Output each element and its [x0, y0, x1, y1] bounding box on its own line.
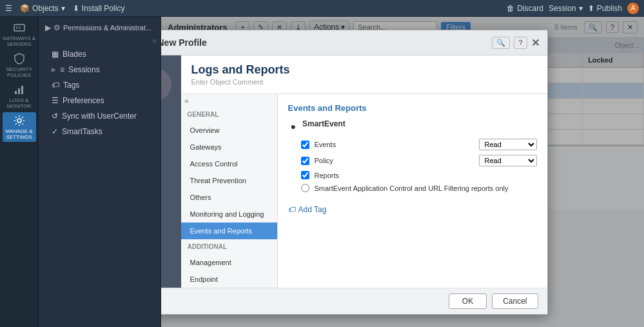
- modal-nav-gateways[interactable]: Gateways: [181, 139, 277, 155]
- modal-avatar-area: [161, 55, 181, 288]
- list-icon: ≡: [60, 65, 64, 74]
- policy-checkbox[interactable]: [301, 157, 309, 165]
- ok-button[interactable]: OK: [449, 293, 487, 309]
- main-content: Administrators + ✎ ✕ ⤓ Actions ▾ Filters…: [161, 17, 644, 327]
- events-row: Events Read Read/Write None: [288, 139, 537, 150]
- new-profile-modal: 👑 New Profile 🔍 ? ✕: [161, 30, 548, 315]
- objects-icon: 📦: [20, 4, 30, 13]
- sidebar-item-preferences[interactable]: ☰ Preferences: [39, 93, 161, 108]
- prefs-icon: ☰: [52, 96, 59, 105]
- publish-icon: ⬆: [588, 4, 594, 13]
- user-avatar[interactable]: A: [627, 3, 639, 14]
- reports-checkbox[interactable]: [301, 171, 309, 179]
- modal-title: New Profile: [161, 37, 207, 48]
- nav-section-general: General: [181, 107, 277, 122]
- app-control-row: SmartEvent Application Control and URL F…: [288, 184, 537, 192]
- trash-icon: 🗑: [507, 4, 514, 13]
- avatar-icon: A: [627, 3, 639, 14]
- modal-nav-events-reports[interactable]: Events and Reports: [181, 223, 277, 239]
- sidebar-item-sessions[interactable]: ▶ ≡ Sessions: [39, 62, 161, 77]
- modal-overlay: 👑 New Profile 🔍 ? ✕: [161, 17, 644, 327]
- svg-rect-5: [21, 86, 23, 94]
- modal-search-button[interactable]: 🔍: [492, 37, 510, 49]
- nav-section-additional: Additional: [181, 239, 277, 254]
- add-tag-button[interactable]: 🏷 Add Tag: [288, 205, 537, 214]
- modal-obj-title: Logs and Reports: [191, 63, 537, 77]
- chevron-down-icon: ▾: [61, 4, 65, 13]
- grid-icon: ▦: [52, 50, 59, 59]
- settings-icon: ⚙: [54, 23, 61, 32]
- cancel-button[interactable]: Cancel: [492, 293, 538, 309]
- modal-nav-access-control[interactable]: Access Control: [181, 155, 277, 172]
- modal-obj-comment: Enter Object Comment: [191, 78, 537, 86]
- modal-obj-header: Logs and Reports Enter Object Comment: [181, 55, 547, 94]
- modal-nav-overview[interactable]: Overview: [181, 122, 277, 139]
- modal-right-content: Events and Reports ● SmartEvent Events: [278, 94, 547, 288]
- bullet-icon: ●: [291, 121, 296, 132]
- modal-nav-endpoint[interactable]: Endpoint: [181, 271, 277, 288]
- second-sidebar-title: ▶ ⚙ Permissions & Administrat...: [39, 21, 161, 35]
- reports-row: Reports: [288, 171, 537, 179]
- chevron-right-icon: ▶: [45, 23, 51, 32]
- left-sidebar: GATEWAYS & SERVERS SECURITY POLICIES LOG…: [0, 17, 39, 327]
- modal-nav-monitoring[interactable]: Monitoring and Logging: [181, 206, 277, 223]
- collapse-button[interactable]: «: [39, 35, 161, 46]
- app-control-label: SmartEvent Application Control and URL F…: [315, 184, 537, 192]
- publish-button[interactable]: ⬆ Publish: [588, 4, 622, 13]
- reports-label: Reports: [315, 172, 537, 179]
- modal-header: 👑 New Profile 🔍 ? ✕: [161, 30, 547, 55]
- content-section-title: Events and Reports: [288, 103, 537, 113]
- sidebar-item-tags[interactable]: 🏷 Tags: [39, 77, 161, 93]
- modal-nav-content: « General Overview Gateways Access Contr…: [181, 94, 547, 288]
- sidebar-item-gateways[interactable]: GATEWAYS & SERVERS: [3, 19, 36, 49]
- modal-title-area: Logs and Reports Enter Object Comment « …: [181, 55, 547, 288]
- policy-row: Policy Read Read/Write None: [288, 155, 537, 166]
- modal-nav-collapse[interactable]: «: [181, 94, 277, 107]
- sidebar-item-sync[interactable]: ↺ Sync with UserCenter: [39, 108, 161, 124]
- smartevent-row: ● SmartEvent: [288, 119, 537, 134]
- discard-button[interactable]: 🗑 Discard: [507, 4, 543, 13]
- modal-close-button[interactable]: ✕: [531, 37, 540, 49]
- menu-icon: ☰: [5, 4, 12, 13]
- chevron-down-icon: ▾: [579, 4, 583, 13]
- sync-icon: ↺: [52, 112, 58, 121]
- objects-menu[interactable]: 📦 Objects ▾: [20, 4, 65, 13]
- session-button[interactable]: Session ▾: [549, 4, 583, 13]
- tag-icon: 🏷: [52, 81, 59, 90]
- modal-footer: OK Cancel: [161, 288, 547, 314]
- modal-nav-management[interactable]: Management: [181, 254, 277, 271]
- svg-rect-4: [18, 88, 20, 94]
- main-layout: GATEWAYS & SERVERS SECURITY POLICIES LOG…: [0, 17, 644, 327]
- policy-permission-select[interactable]: Read Read/Write None: [479, 155, 537, 166]
- menu-button[interactable]: ☰: [5, 4, 12, 13]
- task-icon: ✓: [52, 127, 58, 136]
- modal-nav-threat-prevention[interactable]: Threat Prevention: [181, 172, 277, 189]
- modal-nav-others[interactable]: Others: [181, 189, 277, 206]
- top-bar: ☰ 📦 Objects ▾ ⬇ Install Policy 🗑 Discard…: [0, 0, 644, 17]
- sidebar-item-logs[interactable]: LOGS & MONITOR: [3, 81, 36, 111]
- second-sidebar: ▶ ⚙ Permissions & Administrat... « ▦ Bla…: [39, 17, 161, 327]
- sidebar-item-manage[interactable]: MANAGE & SETTINGS: [3, 112, 36, 142]
- arrow-icon: ▶: [52, 66, 56, 73]
- sidebar-item-blades[interactable]: ▦ Blades: [39, 46, 161, 62]
- install-policy-button[interactable]: ⬇ Install Policy: [73, 4, 125, 13]
- svg-rect-3: [15, 91, 17, 94]
- profile-avatar-icon: [161, 68, 171, 101]
- events-permission-select[interactable]: Read Read/Write None: [479, 139, 537, 150]
- install-icon: ⬇: [73, 4, 79, 13]
- sidebar-item-smarttasks[interactable]: ✓ SmartTasks: [39, 124, 161, 139]
- modal-help-button[interactable]: ?: [514, 37, 527, 49]
- policy-label: Policy: [315, 157, 474, 164]
- sidebar-item-security[interactable]: SECURITY POLICIES: [3, 50, 36, 80]
- smartevent-label: SmartEvent: [300, 119, 346, 128]
- modal-body: Logs and Reports Enter Object Comment « …: [161, 55, 547, 288]
- tag-plus-icon: 🏷: [288, 205, 296, 214]
- events-label: Events: [315, 141, 474, 148]
- app-control-radio[interactable]: [301, 184, 309, 192]
- modal-left-nav: « General Overview Gateways Access Contr…: [181, 94, 278, 288]
- svg-point-6: [17, 119, 21, 123]
- events-checkbox[interactable]: [301, 141, 309, 149]
